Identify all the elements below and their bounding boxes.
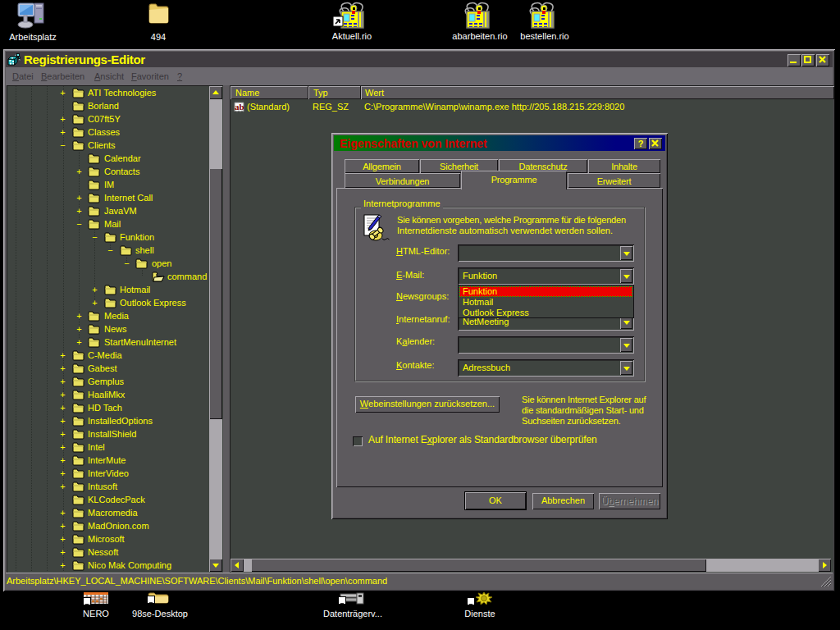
- svg-text:ab: ab: [235, 102, 244, 112]
